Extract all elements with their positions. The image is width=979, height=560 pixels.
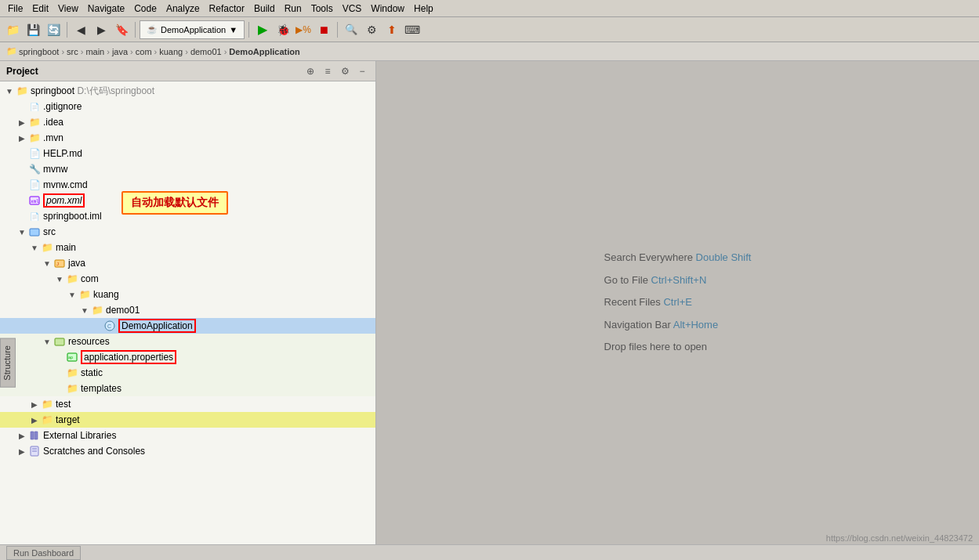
tree-mvnw[interactable]: 🔧 mvnw — [0, 161, 375, 177]
pomxml-arrow — [16, 194, 28, 207]
editor-hints: Search Everywhere Double Shift Go to Fil… — [604, 247, 752, 359]
panel-locate-btn[interactable]: ⊕ — [303, 64, 317, 78]
main-label: main — [56, 242, 76, 253]
hint-search: Search Everywhere Double Shift — [604, 247, 752, 269]
mvnwcmd-arrow — [16, 179, 28, 191]
menu-vcs[interactable]: VCS — [338, 2, 367, 16]
toolbar: 📁 💾 🔄 ◀ ▶ 🔖 ☕ DemoApplication ▼ ▶ 🐞 ▶% ⏹… — [0, 17, 979, 42]
menu-run[interactable]: Run — [280, 2, 306, 16]
scratches-icon — [28, 445, 41, 457]
tree-main[interactable]: ▼ 📁 main — [0, 240, 375, 255]
toolbar-bookmark-btn[interactable]: 🔖 — [112, 20, 131, 39]
appprops-label: application.properties — [84, 352, 173, 363]
tree-templates[interactable]: 📁 templates — [0, 381, 375, 396]
kuang-arrow: ▼ — [66, 288, 78, 301]
test-icon: 📁 — [41, 398, 53, 410]
scratches-label: Scratches and Consoles — [43, 446, 145, 457]
templates-arrow — [53, 382, 66, 395]
breadcrumb-com[interactable]: com — [136, 47, 152, 56]
panel-collapse-btn[interactable]: ≡ — [321, 64, 335, 78]
tree-demoapplication[interactable]: C DemoApplication — [0, 318, 375, 334]
svg-rect-10 — [31, 432, 34, 439]
root-arrow: ▼ — [3, 85, 16, 97]
toolbar-forward-btn[interactable]: ▶ — [92, 20, 111, 39]
menu-navigate[interactable]: Navigate — [83, 2, 129, 16]
menu-build[interactable]: Build — [249, 2, 280, 16]
demoapplication-icon: C — [103, 320, 116, 332]
menu-file[interactable]: File — [3, 2, 27, 16]
toolbar-sync-btn[interactable]: 🔄 — [44, 20, 63, 39]
breadcrumb-demo01[interactable]: demo01 — [190, 47, 222, 56]
gitignore-label: .gitignore — [43, 101, 82, 112]
run-button[interactable]: ▶ — [253, 20, 272, 39]
menu-refactor[interactable]: Refactor — [205, 2, 249, 16]
tree-src[interactable]: ▼ src — [0, 224, 375, 240]
toolbar-settings-btn[interactable]: ⚙ — [362, 20, 381, 39]
tree-demo01[interactable]: ▼ 📁 demo01 — [0, 302, 375, 318]
tree-helpmd[interactable]: 📄 HELP.md — [0, 146, 375, 161]
menu-edit[interactable]: Edit — [27, 2, 53, 16]
tree-target[interactable]: ▶ 📁 target — [0, 412, 375, 428]
debug-button[interactable]: 🐞 — [274, 20, 292, 39]
toolbar-search-btn[interactable]: 🔍 — [342, 20, 361, 39]
hint-goto: Go to File Ctrl+Shift+N — [604, 269, 752, 292]
tree-com[interactable]: ▼ 📁 com — [0, 271, 375, 287]
menu-window[interactable]: Window — [366, 2, 409, 16]
breadcrumb-springboot[interactable]: springboot — [19, 47, 59, 56]
java-folder-icon: J — [53, 257, 66, 269]
tree-test[interactable]: ▶ 📁 test — [0, 396, 375, 412]
tree-resources[interactable]: ▼ resources — [0, 334, 375, 349]
test-arrow: ▶ — [28, 398, 41, 410]
panel-settings-btn[interactable]: ⚙ — [338, 64, 352, 78]
panel-header: Project ⊕ ≡ ⚙ − — [0, 61, 375, 81]
toolbar-terminal-btn[interactable]: ⌨ — [403, 20, 422, 39]
bottom-bar: Run Dashboard https://blog.csdn.net/weix… — [0, 544, 979, 560]
annotation-callout: 自动加载默认文件 — [121, 191, 228, 215]
tree-kuang[interactable]: ▼ 📁 kuang — [0, 287, 375, 302]
toolbar-divider-2 — [135, 22, 136, 38]
breadcrumb-kuang[interactable]: kuang — [159, 47, 183, 56]
breadcrumb-java[interactable]: java — [112, 47, 128, 56]
tree-root[interactable]: ▼ 📁 springboot D:\代码\springboot — [0, 83, 375, 99]
run-config-selector[interactable]: ☕ DemoApplication ▼ — [140, 20, 245, 39]
menu-code[interactable]: Code — [129, 2, 161, 16]
demo01-arrow: ▼ — [78, 304, 91, 316]
run-coverage-button[interactable]: ▶% — [294, 20, 313, 39]
src-label: src — [43, 226, 56, 237]
com-arrow: ▼ — [53, 273, 66, 285]
static-label: static — [81, 367, 103, 378]
run-dashboard-tab[interactable]: Run Dashboard — [6, 546, 81, 560]
panel-hide-btn[interactable]: − — [355, 64, 369, 78]
tree-gitignore[interactable]: 📄 .gitignore — [0, 99, 375, 114]
toolbar-back-btn[interactable]: ◀ — [71, 20, 90, 39]
menu-tools[interactable]: Tools — [306, 2, 338, 16]
tree-appprops[interactable]: ap application.properties — [0, 349, 375, 365]
menu-analyze[interactable]: Analyze — [161, 2, 205, 16]
springbootiml-arrow — [16, 210, 28, 222]
toolbar-save-btn[interactable]: 💾 — [24, 20, 42, 39]
breadcrumb-src[interactable]: src — [67, 47, 78, 56]
toolbar-open-btn[interactable]: 📁 — [3, 20, 22, 39]
toolbar-divider-1 — [67, 22, 67, 38]
tree-java[interactable]: ▼ J java — [0, 255, 375, 271]
tree-static[interactable]: 📁 static — [0, 365, 375, 381]
breadcrumb-main[interactable]: main — [85, 47, 104, 56]
com-label: com — [81, 273, 99, 284]
stop-button[interactable]: ⏹ — [314, 20, 333, 39]
menu-help[interactable]: Help — [409, 2, 438, 16]
tree-idea[interactable]: ▶ 📁 .idea — [0, 114, 375, 130]
tree-ext-lib[interactable]: ▶ External Libraries — [0, 428, 375, 443]
menu-view[interactable]: View — [53, 2, 83, 16]
tree-mvnwcmd[interactable]: 📄 mvnw.cmd — [0, 177, 375, 193]
root-folder-icon: 📁 — [16, 85, 28, 97]
hint-drop: Drop files here to open — [604, 336, 752, 359]
breadcrumb-demoapplication[interactable]: DemoApplication — [229, 47, 299, 56]
mvnw-icon: 🔧 — [28, 163, 41, 175]
tree-mvn[interactable]: ▶ 📁 .mvn — [0, 130, 375, 146]
panel-actions: ⊕ ≡ ⚙ − — [303, 64, 369, 78]
structure-tab[interactable]: Structure — [0, 338, 16, 388]
kuang-label: kuang — [93, 289, 119, 300]
toolbar-vcs-btn[interactable]: ⬆ — [383, 20, 401, 39]
tree-scratches[interactable]: ▶ Scratches and Consoles — [0, 443, 375, 459]
static-icon: 📁 — [66, 367, 78, 379]
